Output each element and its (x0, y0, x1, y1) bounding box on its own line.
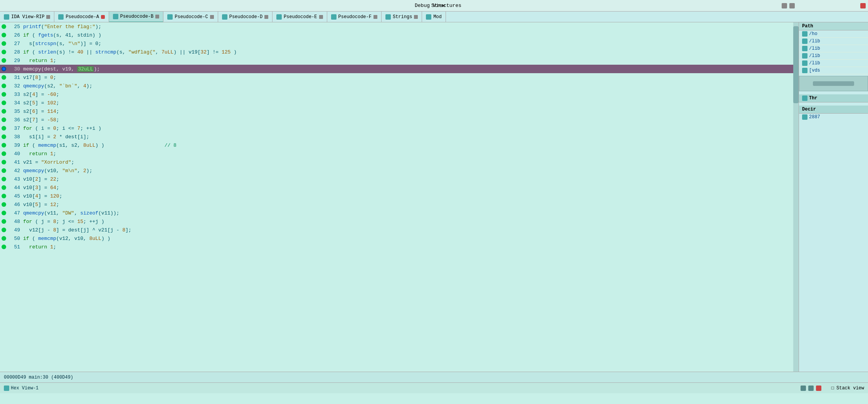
code-line-40: 40 return 1; (0, 149, 799, 158)
tab-mod[interactable]: Mod (422, 12, 446, 22)
thr-section-title: Thr (799, 94, 868, 102)
tab-pb-label: Pseudocode-B (120, 14, 153, 19)
tab-pc-close[interactable] (210, 15, 214, 19)
debug-close-btn[interactable] (860, 3, 866, 8)
path-item-text-3: /lib (809, 53, 820, 59)
tab-pa-close[interactable] (101, 15, 105, 19)
code-line-49: 49 v12[j - 8] = dest[j] ^ v21[j - 8]; (0, 226, 799, 234)
path-item-icon-0 (802, 31, 807, 37)
path-item-2: /lib (799, 45, 868, 52)
path-item-icon-5 (802, 68, 807, 73)
bottom-tab-hex-view[interactable]: Hex View-1 (4, 386, 39, 391)
tab-pe-icon (276, 14, 282, 20)
path-item-icon-3 (802, 53, 807, 59)
code-line-33: 33 s2[4] = -60; (0, 90, 799, 99)
code-line-32: 32 qmemcpy(s2, "`bn`", 4); (0, 82, 799, 90)
dot-31 (2, 75, 6, 80)
tab-pa-icon (58, 14, 64, 20)
tab-strings-close[interactable] (414, 15, 418, 19)
tab-strings[interactable]: Strings (382, 12, 422, 22)
code-line-26: 26 if ( fgets(s, 41, stdin) ) (0, 31, 799, 39)
status-text: 00000D49 main:30 (400D49) (4, 375, 73, 380)
tab-mod-icon (426, 14, 431, 20)
code-line-41: 41 v21 = "XorrLord"; (0, 158, 799, 166)
tab-pseudocode-f[interactable]: Pseudocode-F (327, 12, 382, 22)
status-bar: 00000D49 main:30 (400D49) (0, 372, 868, 382)
hex-view-label: Hex View-1 (11, 386, 39, 391)
structures-min-btn[interactable] (782, 3, 787, 8)
tab-pe-label: Pseudocode-E (284, 14, 317, 20)
decir-label: Decir (802, 107, 816, 112)
thr-label: Thr (809, 96, 818, 101)
dot-47 (2, 211, 6, 215)
code-line-29: 29 return 1; (0, 56, 799, 65)
decir-value-text: 2887 (809, 114, 820, 120)
code-line-37: 37 for ( i = 0; i <= 7; ++i ) (0, 124, 799, 132)
dot-32 (2, 84, 6, 88)
dot-48 (2, 219, 6, 224)
path-item-icon-4 (802, 60, 807, 66)
code-line-28: 28 if ( strlen(s) != 40 || strncmp(s, "w… (0, 48, 799, 56)
tab-pseudocode-b[interactable]: Pseudocode-B (109, 12, 163, 22)
stack-view-icon: □ (831, 386, 834, 391)
dot-43 (2, 177, 6, 181)
dot-29 (2, 58, 6, 63)
tab-pseudocode-e[interactable]: Pseudocode-E (273, 12, 327, 22)
code-line-31: 31 v17[8] = 0; (0, 73, 799, 82)
path-item-text-5: [vds (809, 68, 820, 73)
dot-26 (2, 33, 6, 37)
tab-pd-close[interactable] (264, 15, 268, 19)
bottom-icon-restore[interactable] (801, 386, 806, 391)
tab-pd-label: Pseudocode-D (229, 14, 262, 20)
bottom-tab-icons: □ Stack view (801, 386, 864, 391)
tab-pseudocode-a[interactable]: Pseudocode-A (54, 12, 109, 22)
path-item-text-1: /lib (809, 39, 820, 44)
tab-ida-view-rip[interactable]: IDA View-RIP (0, 12, 54, 22)
code-line-38: 38 s1[i] = 2 * dest[i]; (0, 132, 799, 141)
scrollbar-track[interactable] (793, 22, 799, 372)
dot-28 (2, 50, 6, 54)
dot-44 (2, 185, 6, 190)
bottom-icon-max[interactable] (808, 386, 814, 391)
dot-42 (2, 168, 6, 173)
tab-ida-close[interactable] (46, 15, 50, 19)
tab-pseudocode-c[interactable]: Pseudocode-C (163, 12, 218, 22)
tab-bar: IDA View-RIP Pseudocode-A Pseudocode-B P… (0, 12, 868, 22)
scrollbar-thumb[interactable] (793, 26, 799, 103)
code-line-27: 27 s[strcspn(s, "\n")] = 0; (0, 39, 799, 48)
path-item-4: /lib (799, 60, 868, 67)
tab-mod-label: Mod (433, 14, 442, 20)
tab-pe-close[interactable] (319, 15, 323, 19)
tab-strings-icon (385, 14, 391, 20)
path-item-text-0: /ho (809, 31, 818, 37)
dot-33 (2, 92, 6, 97)
code-area[interactable]: 25 printf("Enter the flag:"); 26 if ( fg… (0, 22, 799, 372)
debug-view-bar: Debug View Structures (0, 0, 868, 12)
bottom-icon-close[interactable] (816, 386, 821, 391)
stack-view-label: Stack view (836, 386, 864, 391)
right-scrollbar-thumb[interactable] (813, 81, 854, 86)
tab-pb-icon (113, 14, 118, 19)
thr-icon (802, 96, 807, 101)
dot-34 (2, 101, 6, 105)
code-line-44: 44 v10[3] = 64; (0, 183, 799, 192)
tab-pb-close[interactable] (155, 15, 159, 18)
decir-value: 2887 (799, 114, 868, 121)
path-item-3: /lib (799, 52, 868, 60)
path-item-text-4: /lib (809, 60, 820, 66)
dot-27 (2, 41, 6, 46)
tab-ida-icon (4, 14, 9, 20)
dot-46 (2, 202, 6, 207)
code-line-39: 39 if ( memcmp(s1, s2, 8uLL) ) // 8 (0, 141, 799, 149)
tab-pf-close[interactable] (373, 15, 377, 19)
structures-title: Structures (431, 3, 461, 8)
code-line-43: 43 v10[2] = 22; (0, 175, 799, 183)
right-scrollbar[interactable] (799, 76, 868, 91)
structures-max-btn[interactable] (789, 3, 795, 8)
dot-30 (2, 67, 6, 71)
code-line-36: 36 s2[7] = -58; (0, 116, 799, 124)
code-line-46: 46 v10[5] = 12; (0, 200, 799, 209)
path-item-0: /ho (799, 30, 868, 38)
dot-38 (2, 134, 6, 139)
tab-pseudocode-d[interactable]: Pseudocode-D (218, 12, 273, 22)
